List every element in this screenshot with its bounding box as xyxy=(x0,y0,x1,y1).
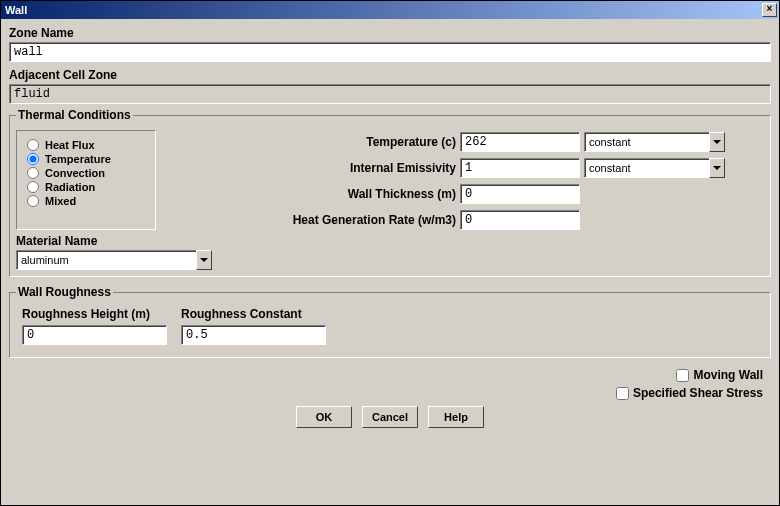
rough-const-input[interactable] xyxy=(181,325,326,345)
rough-const-col: Roughness Constant xyxy=(175,303,332,349)
roughness-legend: Wall Roughness xyxy=(16,285,113,299)
thermal-params: Temperature (c) constant Internal Emissi… xyxy=(166,130,764,230)
temperature-label: Temperature (c) xyxy=(166,135,456,149)
zone-name-input[interactable] xyxy=(9,42,771,62)
radio-radiation-label: Radiation xyxy=(45,181,95,193)
close-button[interactable]: × xyxy=(762,3,777,17)
help-button[interactable]: Help xyxy=(428,406,484,428)
radio-temperature-input[interactable] xyxy=(27,153,39,165)
material-combo[interactable]: aluminum xyxy=(16,250,216,270)
wall-dialog: Wall × Zone Name Adjacent Cell Zone flui… xyxy=(0,0,780,506)
chevron-down-icon[interactable] xyxy=(709,132,725,152)
emissivity-combo[interactable]: constant xyxy=(584,158,725,178)
thermal-group: Thermal Conditions Heat Flux Temperature… xyxy=(9,108,771,277)
adjacent-label: Adjacent Cell Zone xyxy=(9,68,771,82)
radio-heat-flux-input[interactable] xyxy=(27,139,39,151)
emissivity-row: Internal Emissivity constant xyxy=(166,158,764,178)
ok-button[interactable]: OK xyxy=(296,406,352,428)
material-combo-text: aluminum xyxy=(16,250,196,270)
titlebar: Wall × xyxy=(1,1,779,19)
rough-height-input[interactable] xyxy=(22,325,167,345)
client-area: Zone Name Adjacent Cell Zone fluid Therm… xyxy=(1,19,779,505)
shear-stress-checkbox[interactable] xyxy=(616,387,629,400)
zone-name-label: Zone Name xyxy=(9,26,771,40)
radio-mixed-label: Mixed xyxy=(45,195,76,207)
material-row: Material Name aluminum xyxy=(16,234,764,270)
emissivity-input[interactable] xyxy=(460,158,580,178)
radio-temperature[interactable]: Temperature xyxy=(27,153,145,165)
hgr-label: Heat Generation Rate (w/m3) xyxy=(166,213,456,227)
radio-convection-label: Convection xyxy=(45,167,105,179)
shear-stress-label: Specified Shear Stress xyxy=(633,386,763,400)
radio-mixed[interactable]: Mixed xyxy=(27,195,145,207)
adjacent-value: fluid xyxy=(9,84,771,104)
rough-const-label: Roughness Constant xyxy=(181,307,302,321)
thickness-row: Wall Thickness (m) xyxy=(166,184,764,204)
radio-heat-flux-label: Heat Flux xyxy=(45,139,95,151)
radio-radiation[interactable]: Radiation xyxy=(27,181,145,193)
moving-wall-label: Moving Wall xyxy=(693,368,763,382)
thickness-label: Wall Thickness (m) xyxy=(166,187,456,201)
button-row: OK Cancel Help xyxy=(9,406,771,428)
radio-temperature-label: Temperature xyxy=(45,153,111,165)
thermal-legend: Thermal Conditions xyxy=(16,108,133,122)
temperature-input[interactable] xyxy=(460,132,580,152)
temperature-combo-text: constant xyxy=(584,132,709,152)
radio-heat-flux[interactable]: Heat Flux xyxy=(27,139,145,151)
emissivity-label: Internal Emissivity xyxy=(166,161,456,175)
chevron-down-icon[interactable] xyxy=(196,250,212,270)
radio-radiation-input[interactable] xyxy=(27,181,39,193)
thermal-radio-box: Heat Flux Temperature Convection Radiati… xyxy=(16,130,156,230)
radio-convection[interactable]: Convection xyxy=(27,167,145,179)
checks-area: Moving Wall Specified Shear Stress xyxy=(9,368,763,400)
moving-wall-check[interactable]: Moving Wall xyxy=(676,368,763,382)
rough-height-col: Roughness Height (m) xyxy=(16,303,173,349)
radio-convection-input[interactable] xyxy=(27,167,39,179)
chevron-down-icon[interactable] xyxy=(709,158,725,178)
roughness-group: Wall Roughness Roughness Height (m) Roug… xyxy=(9,285,771,358)
emissivity-combo-text: constant xyxy=(584,158,709,178)
temperature-row: Temperature (c) constant xyxy=(166,132,764,152)
material-label: Material Name xyxy=(16,234,764,248)
cancel-button[interactable]: Cancel xyxy=(362,406,418,428)
moving-wall-checkbox[interactable] xyxy=(676,369,689,382)
hgr-input[interactable] xyxy=(460,210,580,230)
rough-height-label: Roughness Height (m) xyxy=(22,307,150,321)
temperature-combo[interactable]: constant xyxy=(584,132,725,152)
radio-mixed-input[interactable] xyxy=(27,195,39,207)
thickness-input[interactable] xyxy=(460,184,580,204)
hgr-row: Heat Generation Rate (w/m3) xyxy=(166,210,764,230)
shear-stress-check[interactable]: Specified Shear Stress xyxy=(616,386,763,400)
window-title: Wall xyxy=(5,4,27,16)
